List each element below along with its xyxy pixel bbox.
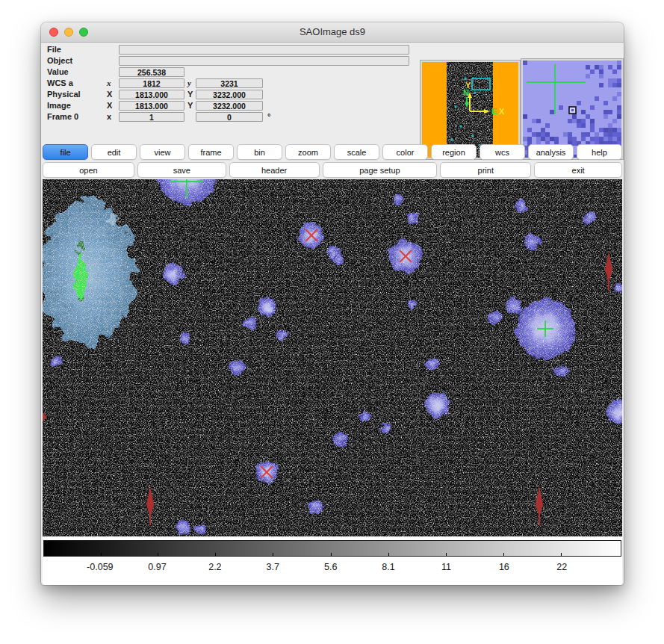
menu-row-file: opensaveheaderpage setupprintexit: [43, 162, 622, 178]
menu-button-region[interactable]: region: [431, 144, 477, 160]
colorbar-tick: [215, 553, 216, 556]
info-field-value[interactable]: 256.538: [119, 67, 184, 77]
colorbar-tick-label: 3.7: [267, 562, 279, 572]
traffic-lights: [49, 28, 88, 37]
info-sublabel-2: Y: [187, 101, 193, 111]
panner-source-dot: [464, 77, 466, 79]
panner-e-label: E: [491, 107, 497, 116]
close-icon[interactable]: [49, 28, 58, 37]
menu-button-view[interactable]: view: [140, 144, 185, 160]
panner-source-dot: [474, 91, 476, 93]
minimize-icon[interactable]: [64, 28, 73, 37]
colorbar-tick: [561, 553, 562, 556]
colorbar-tick-label: 16: [499, 562, 509, 572]
menu-button-analysis[interactable]: analysis: [528, 144, 574, 160]
panner-source-dot: [459, 125, 462, 127]
menu-button-zoom[interactable]: zoom: [285, 144, 331, 160]
colorbar-tick-label: 8.1: [382, 562, 394, 572]
menu-button-scale[interactable]: scale: [334, 144, 379, 160]
menu-button-color[interactable]: color: [382, 144, 428, 160]
menu-button-header[interactable]: header: [229, 162, 320, 178]
menu-bar: fileeditviewframebinzoomscalecolorregion…: [43, 142, 622, 179]
info-field-2[interactable]: 3232.000: [196, 90, 263, 99]
page: SAOImage ds9 FileObjectValue256.538WCS a…: [0, 0, 664, 644]
colorbar-tick: [503, 553, 504, 556]
colorbar[interactable]: -0.0590.972.23.75.68.1111622: [43, 536, 622, 585]
info-label-file: File: [47, 45, 61, 55]
menu-row-main: fileeditviewframebinzoomscalecolorregion…: [43, 144, 622, 160]
info-sublabel-1: x: [107, 112, 111, 122]
info-field-1[interactable]: 1813.000: [119, 101, 184, 111]
info-sublabel-1: x: [107, 78, 111, 88]
coordinate-readout: FileObjectValue256.538WCS ax1812y3231Phy…: [41, 45, 418, 139]
colorbar-tick: [158, 553, 158, 556]
info-sublabel-1: X: [107, 90, 112, 99]
colorbar-gradient[interactable]: [43, 540, 621, 557]
panner-n-label: N: [463, 88, 469, 97]
info-sublabel-1: X: [107, 101, 112, 111]
info-field-2[interactable]: 3231: [196, 78, 263, 88]
colorbar-tick-label: 2.2: [208, 562, 221, 572]
menu-button-edit[interactable]: edit: [91, 144, 137, 160]
menu-button-help[interactable]: help: [577, 144, 622, 160]
info-label-value: Value: [47, 67, 69, 77]
menu-button-exit[interactable]: exit: [534, 162, 622, 178]
window-title: SAOImage ds9: [41, 22, 624, 42]
maximize-icon[interactable]: [79, 28, 88, 37]
ds9-window: SAOImage ds9 FileObjectValue256.538WCS a…: [41, 22, 624, 585]
colorbar-tick: [446, 553, 447, 556]
main-image-canvas[interactable]: [43, 179, 622, 536]
menu-button-bin[interactable]: bin: [237, 144, 282, 160]
info-field-1[interactable]: 1: [119, 112, 184, 122]
info-field-1[interactable]: 1813.000: [119, 90, 184, 99]
menu-button-file[interactable]: file: [43, 144, 88, 160]
info-field-1[interactable]: 1812: [119, 78, 184, 88]
menu-button-save[interactable]: save: [137, 162, 226, 178]
colorbar-tick-label: 11: [441, 562, 451, 572]
info-field-file[interactable]: [119, 45, 409, 55]
colorbar-tick: [101, 553, 102, 556]
colorbar-tick-label: -0.059: [87, 562, 113, 572]
menu-button-print[interactable]: print: [440, 162, 531, 178]
panner-source-dot: [471, 134, 474, 137]
colorbar-tick: [388, 553, 389, 556]
info-label-physical: Physical: [47, 90, 81, 99]
info-label-image: Image: [47, 101, 71, 111]
panner-x-label: X: [499, 107, 505, 116]
info-panel: FileObjectValue256.538WCS ax1812y3231Phy…: [41, 42, 624, 142]
colorbar-tick: [273, 553, 273, 556]
panner-source-dot: [450, 138, 453, 140]
degree-symbol: °: [267, 112, 270, 122]
info-field-2[interactable]: 0: [196, 112, 263, 122]
info-field-2[interactable]: 3232.000: [196, 101, 263, 111]
menu-button-page-setup[interactable]: page setup: [323, 162, 438, 178]
info-sublabel-2: Y: [187, 90, 193, 99]
colorbar-tick: [331, 553, 332, 556]
menu-button-frame[interactable]: frame: [188, 144, 234, 160]
colorbar-tick-label: 0.97: [148, 562, 166, 572]
colorbar-tick-label: 22: [556, 562, 567, 572]
menu-button-wcs[interactable]: wcs: [480, 144, 525, 160]
info-field-object[interactable]: [119, 56, 409, 66]
title-bar[interactable]: SAOImage ds9: [41, 22, 624, 43]
colorbar-scale-labels: -0.0590.972.23.75.68.1111622: [43, 562, 621, 575]
menu-button-open[interactable]: open: [43, 162, 134, 178]
colorbar-tick-label: 5.6: [324, 562, 337, 572]
info-label-object: Object: [47, 56, 72, 66]
info-label-wcs-a: WCS a: [47, 78, 73, 88]
magnifier-pixel-cursor: [569, 107, 576, 114]
info-sublabel-2: y: [187, 78, 191, 88]
info-label-frame-0: Frame 0: [47, 112, 78, 122]
panner-source-dot: [454, 105, 456, 108]
